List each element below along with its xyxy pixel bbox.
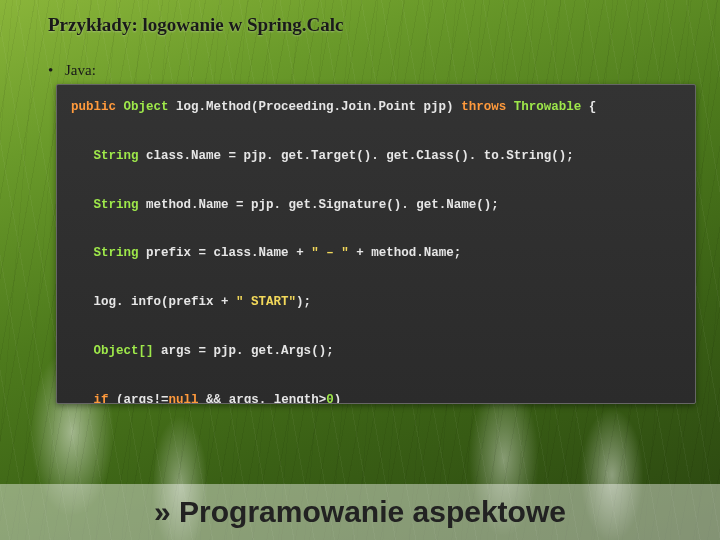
code-kw: null xyxy=(169,393,199,405)
code-kw: throws xyxy=(461,100,506,114)
code-id: log. info(prefix xyxy=(94,295,214,309)
code-type: String xyxy=(94,246,139,260)
code-id: prefix xyxy=(146,246,191,260)
footer-title: » Programowanie aspektowe xyxy=(154,495,566,529)
code-str: " START" xyxy=(236,295,296,309)
bullet-java: Java: xyxy=(48,62,96,79)
code-type: Object xyxy=(124,100,169,114)
code-op: ) xyxy=(334,393,342,405)
code-op: (args!= xyxy=(116,393,169,405)
code-id: pjp. get.Target(). get.Class(). to.Strin… xyxy=(244,149,574,163)
code-op: = xyxy=(199,344,207,358)
code-type: Object[] xyxy=(94,344,154,358)
code-kw: public xyxy=(71,100,116,114)
code-block: public Object log.Method(Proceeding.Join… xyxy=(56,84,696,404)
slide-title: Przykłady: logowanie w Spring.Calc xyxy=(48,14,344,36)
code-id: method.Name; xyxy=(371,246,461,260)
code-type: String xyxy=(94,149,139,163)
code-id: args xyxy=(161,344,191,358)
code-id: ); xyxy=(296,295,311,309)
code-id: class.Name xyxy=(214,246,289,260)
code-id: args. length> xyxy=(229,393,327,405)
code-op: && xyxy=(206,393,221,405)
code-op: + xyxy=(296,246,304,260)
code-kw: if xyxy=(94,393,109,405)
code-num: 0 xyxy=(326,393,334,405)
code-id: pjp. get.Signature(). get.Name(); xyxy=(251,198,499,212)
code-type: String xyxy=(94,198,139,212)
code-type: Throwable xyxy=(514,100,582,114)
code-op: = xyxy=(229,149,237,163)
code-op: { xyxy=(589,100,597,114)
code-id: method.Name xyxy=(146,198,229,212)
footer-bar: » Programowanie aspektowe xyxy=(0,484,720,540)
code-op: + xyxy=(356,246,364,260)
code-op: = xyxy=(236,198,244,212)
code-id: pjp. get.Args(); xyxy=(214,344,334,358)
code-str: " – " xyxy=(311,246,349,260)
code-op: = xyxy=(199,246,207,260)
code-op: + xyxy=(221,295,229,309)
code-id: class.Name xyxy=(146,149,221,163)
code-id: log.Method(Proceeding.Join.Point pjp) xyxy=(176,100,454,114)
